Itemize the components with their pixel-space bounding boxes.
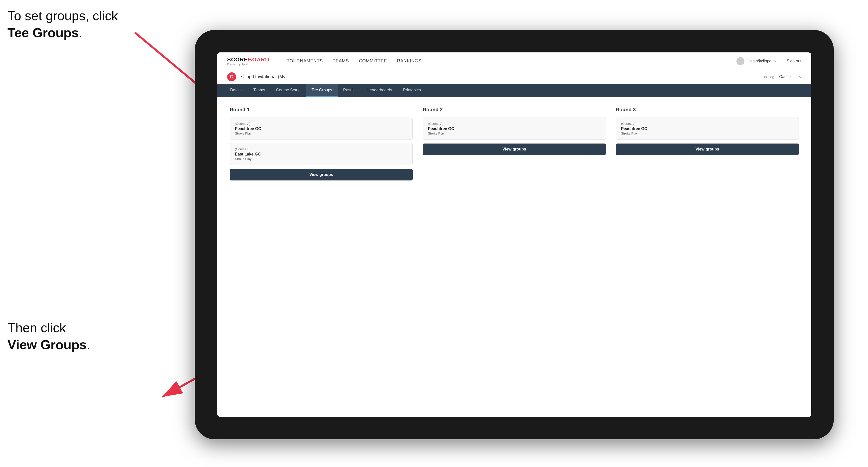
main-content: Round 1 (Course A) Peachtree GC Stroke P… — [217, 97, 811, 417]
round-2-course-a-label: (Course A) — [428, 122, 600, 126]
round-3-title: Round 3 — [616, 107, 799, 113]
round-1-course-a-label: (Course A) — [235, 122, 407, 126]
tab-printables[interactable]: Printables — [398, 84, 426, 97]
round-3-course-a-card: (Course A) Peachtree GC Stroke Play — [616, 118, 799, 139]
nav-teams[interactable]: TEAMS — [333, 58, 349, 64]
round-2-course-a-format: Stroke Play — [428, 131, 600, 135]
tab-leaderboards[interactable]: Leaderboards — [362, 84, 398, 97]
instruction-top-line2: Tee Groups — [7, 26, 79, 40]
round-2-course-a-name: Peachtree GC — [428, 127, 600, 131]
tournament-name: Clippd Invitational (My... — [241, 74, 757, 80]
round-1-title: Round 1 — [230, 107, 413, 113]
tab-results[interactable]: Results — [338, 84, 362, 97]
sign-out-link[interactable]: Sign out — [786, 59, 801, 63]
round-3-course-a-name: Peachtree GC — [621, 127, 794, 131]
logo-area: SCOREBOARD Powered by clippd — [227, 56, 269, 66]
nav-right: blair@clippd.io | Sign out — [737, 57, 801, 65]
rounds-container: Round 1 (Course A) Peachtree GC Stroke P… — [230, 107, 799, 181]
round-1-course-b-name: East Lake GC — [235, 152, 407, 156]
nav-rankings[interactable]: RANKINGS — [397, 58, 422, 64]
user-email: blair@clippd.io — [749, 59, 776, 63]
tab-course-setup[interactable]: Course Setup — [271, 84, 306, 97]
tournament-bar: C Clippd Invitational (My... Hosting Can… — [217, 70, 811, 84]
nav-items: TOURNAMENTS TEAMS COMMITTEE RANKINGS — [287, 58, 724, 64]
instruction-bottom-line1: Then click — [7, 320, 66, 335]
user-avatar — [737, 57, 744, 65]
round-2-column: Round 2 (Course A) Peachtree GC Stroke P… — [423, 107, 606, 181]
round-1-course-b-card: (Course B) East Lake GC Stroke Play — [230, 143, 413, 165]
instruction-bottom-punct: . — [87, 338, 90, 352]
round-2-course-a-card: (Course A) Peachtree GC Stroke Play — [423, 118, 606, 139]
round-2-view-groups-button[interactable]: View groups — [423, 144, 606, 155]
round-1-course-a-format: Stroke Play — [235, 131, 407, 135]
round-2-title: Round 2 — [423, 107, 606, 113]
top-nav: SCOREBOARD Powered by clippd TOURNAMENTS… — [217, 53, 811, 70]
instruction-top-punct: . — [79, 26, 82, 40]
hosting-badge: Hosting — [763, 75, 774, 79]
tab-bar: Details Teams Course Setup Tee Groups Re… — [217, 84, 811, 97]
tournament-logo: C — [227, 72, 236, 81]
round-1-course-b-label: (Course B) — [235, 147, 407, 151]
tablet-screen: SCOREBOARD Powered by clippd TOURNAMENTS… — [217, 53, 811, 417]
instruction-bottom: Then click View Groups. — [7, 319, 90, 353]
nav-committee[interactable]: COMMITTEE — [359, 58, 387, 64]
tab-details[interactable]: Details — [225, 84, 248, 97]
nav-tournaments[interactable]: TOURNAMENTS — [287, 58, 323, 64]
round-1-course-a-card: (Course A) Peachtree GC Stroke Play — [230, 118, 413, 139]
round-3-course-a-label: (Course A) — [621, 122, 794, 126]
cancel-x-icon[interactable]: ✕ — [798, 74, 801, 79]
round-1-column: Round 1 (Course A) Peachtree GC Stroke P… — [230, 107, 413, 181]
cancel-button[interactable]: Cancel — [779, 74, 792, 79]
round-1-course-b-format: Stroke Play — [235, 157, 407, 161]
logo-sub: Powered by clippd — [227, 63, 269, 66]
tab-teams[interactable]: Teams — [248, 84, 271, 97]
instruction-top: To set groups, click Tee Groups. — [7, 7, 118, 41]
tab-tee-groups[interactable]: Tee Groups — [306, 84, 338, 97]
round-1-view-groups-button[interactable]: View groups — [230, 169, 413, 181]
round-3-column: Round 3 (Course A) Peachtree GC Stroke P… — [616, 107, 799, 181]
round-3-view-groups-button[interactable]: View groups — [616, 144, 799, 155]
logo-text: SCOREBOARD — [227, 56, 269, 63]
tablet-shell: SCOREBOARD Powered by clippd TOURNAMENTS… — [195, 30, 834, 439]
instruction-top-line1: To set groups, click — [7, 8, 118, 23]
round-1-course-a-name: Peachtree GC — [235, 127, 407, 131]
round-3-course-a-format: Stroke Play — [621, 131, 794, 135]
instruction-bottom-line2: View Groups — [7, 338, 87, 352]
